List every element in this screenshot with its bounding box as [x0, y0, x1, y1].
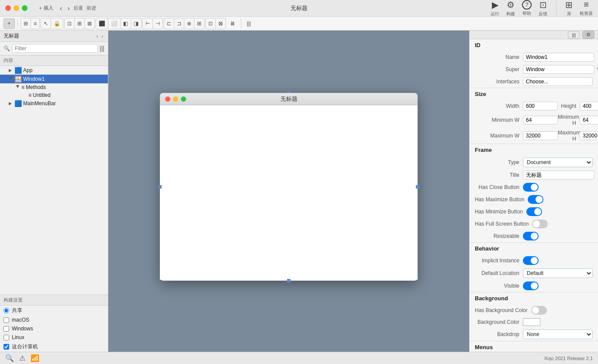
- search-input[interactable]: [12, 44, 98, 53]
- panel-toggle-button[interactable]: |||: [244, 18, 254, 29]
- visible-toggle[interactable]: [523, 282, 539, 290]
- align-v-button[interactable]: ⊠: [216, 18, 225, 29]
- linux-checkbox[interactable]: [3, 335, 9, 340]
- feed-bottom-button[interactable]: 📶: [31, 354, 39, 362]
- chevron-icon: ▶: [9, 68, 13, 72]
- nav-buttons: ＋ 插入 ‹ › 后退 前进: [35, 3, 96, 14]
- panel-back-button[interactable]: ‹: [95, 33, 100, 39]
- forward-button[interactable]: ›: [66, 3, 71, 13]
- min-h-input[interactable]: [580, 116, 598, 124]
- feedback-button[interactable]: ⊡ 反馈: [539, 0, 547, 17]
- backdrop-select[interactable]: None: [523, 330, 593, 339]
- has-bg-color-slider: [531, 306, 547, 315]
- name-input[interactable]: [523, 53, 595, 62]
- tree-item-app[interactable]: ▶ 🟦 App: [0, 66, 108, 75]
- warning-bottom-button[interactable]: ⚠: [19, 354, 25, 362]
- bring-forward-button[interactable]: ⬛: [96, 18, 108, 29]
- align-right-button[interactable]: ⊕: [184, 18, 194, 29]
- tree-item-window1[interactable]: ▶ 🪟 Window1: [0, 75, 108, 83]
- super-edit-button[interactable]: ✎: [596, 66, 598, 73]
- name-label: Name: [475, 54, 523, 60]
- macos-label: macOS: [12, 317, 29, 323]
- align-top-button[interactable]: ⊞: [194, 18, 204, 29]
- space-h-button[interactable]: ⊢: [143, 18, 153, 29]
- default-location-select[interactable]: Default: [523, 268, 593, 278]
- panel-forward-button[interactable]: ›: [100, 33, 104, 39]
- min-w-input[interactable]: [523, 116, 558, 124]
- bg-color-swatch[interactable]: [523, 318, 540, 326]
- filter-button[interactable]: |||: [100, 45, 104, 52]
- mainmenubar-icon: 🟦: [14, 100, 22, 107]
- minimize-button[interactable]: [14, 5, 19, 11]
- implicit-slider: [523, 256, 539, 265]
- send-back-button[interactable]: ⬜: [108, 18, 121, 29]
- tree-item-methods[interactable]: ▶ ≡ Methods: [0, 83, 108, 91]
- align-center-button[interactable]: ⊐: [174, 18, 184, 29]
- content-section-label: 内容: [0, 55, 108, 66]
- sim-window-content: [160, 105, 418, 280]
- width-input[interactable]: [523, 102, 558, 110]
- windows-checkbox[interactable]: [3, 326, 9, 332]
- super-input[interactable]: [523, 65, 595, 74]
- max-w-input[interactable]: [523, 131, 558, 140]
- close-button[interactable]: [5, 5, 11, 11]
- frame-title-input[interactable]: [523, 171, 595, 179]
- max-wh-row: Maximum W Maximum H: [470, 128, 598, 144]
- frame-section: Frame Type Document Title Has Close Butt…: [470, 144, 598, 243]
- implicit-toggle[interactable]: [523, 256, 539, 265]
- max-h-input[interactable]: [580, 131, 598, 140]
- search-bottom-button[interactable]: 🔍: [5, 354, 14, 362]
- library-button[interactable]: ⊞ 库: [565, 0, 573, 17]
- macos-checkbox[interactable]: [3, 317, 9, 323]
- add-obj-button[interactable]: ＋: [3, 18, 15, 29]
- inspector-panel-toggle[interactable]: |||: [568, 31, 580, 39]
- inspector-button[interactable]: ≡ 检查器: [580, 0, 593, 17]
- build-icon: ⚙: [507, 0, 515, 10]
- has-fullscreen-toggle[interactable]: [532, 220, 548, 228]
- anchor-button[interactable]: ⊠: [85, 18, 94, 29]
- build-label: 构建: [506, 11, 515, 17]
- help-button[interactable]: ? 帮助: [522, 0, 532, 17]
- has-bg-color-toggle[interactable]: [531, 306, 547, 315]
- resize-handle-right[interactable]: [416, 185, 419, 189]
- align-h-button[interactable]: ⊡: [206, 18, 216, 29]
- interfaces-row: Interfaces Choose...: [470, 76, 598, 88]
- tree-item-mainmenubar[interactable]: ▶ 🟦 MainMenuBar: [0, 99, 108, 108]
- insert-button[interactable]: ＋ 插入: [35, 3, 56, 14]
- align-left-button[interactable]: ⊏: [164, 18, 174, 29]
- shared-radio[interactable]: [3, 308, 9, 313]
- type-select[interactable]: Document: [523, 158, 593, 167]
- has-max-toggle[interactable]: [528, 195, 543, 204]
- canvas-area[interactable]: 无标题: [108, 31, 469, 352]
- lock-button[interactable]: 🔒: [51, 18, 63, 29]
- app-icon: 🟦: [14, 67, 22, 74]
- resize-handle-bottom[interactable]: [287, 279, 290, 282]
- version-label: Xojo 2021 Release 2.1: [544, 356, 593, 361]
- grid-view-button[interactable]: ⊞: [21, 18, 31, 29]
- monitor-button[interactable]: 🖥: [227, 18, 238, 29]
- list-view-button[interactable]: ≡: [31, 18, 39, 29]
- inspector-settings-toggle[interactable]: ⚙: [582, 31, 595, 39]
- has-close-toggle[interactable]: [523, 183, 539, 192]
- height-input[interactable]: [580, 102, 598, 110]
- space-v-button[interactable]: ⊣: [153, 18, 162, 29]
- move-back-button[interactable]: ◨: [131, 18, 141, 29]
- interfaces-button[interactable]: Choose...: [523, 77, 593, 86]
- tree-item-untitled[interactable]: ▶ ≡ Untitled: [0, 91, 108, 99]
- fit-button[interactable]: ⊡: [65, 18, 75, 29]
- maximize-button[interactable]: [22, 5, 28, 11]
- expand-button[interactable]: ⊞: [75, 18, 85, 29]
- run-button[interactable]: ▶ 运行: [491, 0, 499, 17]
- move-front-button[interactable]: ◧: [121, 18, 131, 29]
- thispc-checkbox[interactable]: [3, 344, 9, 350]
- resize-handle-left[interactable]: [158, 185, 162, 189]
- implicit-row: Implicit Instance: [470, 254, 598, 267]
- has-min-toggle[interactable]: [526, 207, 542, 216]
- build-item-windows: Windows: [0, 324, 108, 333]
- default-location-row: Default Location Default: [470, 267, 598, 280]
- build-button[interactable]: ⚙ 构建: [506, 0, 515, 17]
- select-button[interactable]: ↖: [41, 18, 51, 29]
- panel-nav: ‹ ›: [95, 33, 104, 39]
- resizable-toggle[interactable]: [523, 232, 539, 240]
- back-button[interactable]: ‹: [58, 3, 64, 13]
